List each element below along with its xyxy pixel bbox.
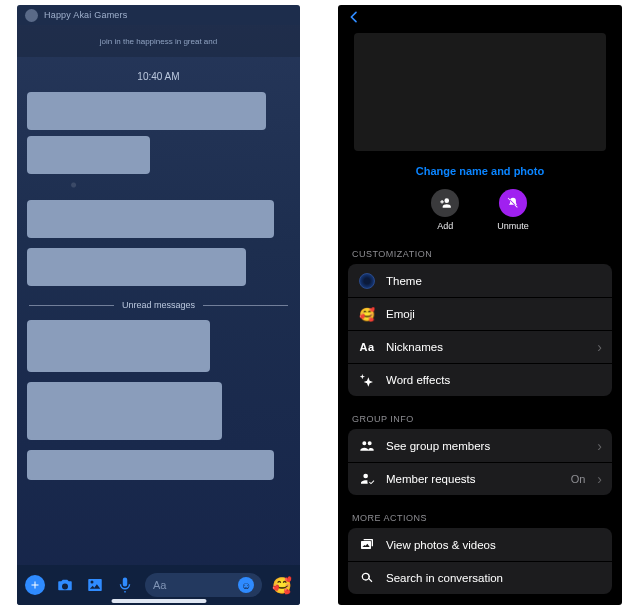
word-effects-row[interactable]: Word effects: [348, 363, 612, 396]
section-header-group-info: GROUP INFO: [338, 414, 622, 424]
pinned-text: join in the happiness in great and: [100, 37, 217, 46]
add-person-icon: [431, 189, 459, 217]
action-row: Add Unmute: [338, 189, 622, 231]
nicknames-icon: Aa: [358, 338, 376, 356]
customization-card: Theme 🥰 Emoji Aa Nicknames › Word effect…: [348, 264, 612, 396]
pinned-strip: join in the happiness in great and: [17, 25, 300, 57]
add-member-button[interactable]: Add: [431, 189, 459, 231]
theme-row[interactable]: Theme: [348, 264, 612, 297]
emoji-picker-button[interactable]: ☺: [238, 577, 254, 593]
group-avatar: [25, 9, 38, 22]
settings-screen: Change name and photo Add Unmute CUSTOMI…: [338, 5, 622, 605]
nav-bar: [338, 5, 622, 33]
view-photos-label: View photos & videos: [386, 539, 602, 551]
member-requests-value: On: [571, 473, 586, 485]
message-bubble[interactable]: [27, 450, 274, 480]
bell-slash-icon: [499, 189, 527, 217]
camera-icon: [56, 576, 74, 594]
see-members-label: See group members: [386, 440, 587, 452]
placeholder: Aa: [153, 579, 166, 591]
group-name: Happy Akai Gamers: [44, 10, 292, 20]
gallery-button[interactable]: [85, 575, 105, 595]
add-label: Add: [437, 221, 453, 231]
section-header-customization: CUSTOMIZATION: [338, 249, 622, 259]
theme-icon: [358, 272, 376, 290]
people-icon: [358, 437, 376, 455]
sparkle-icon: [358, 371, 376, 389]
image-icon: [86, 576, 104, 594]
message-bubble[interactable]: [27, 200, 274, 238]
section-header-more-actions: MORE ACTIONS: [338, 513, 622, 523]
emoji-label: Emoji: [386, 308, 602, 320]
emoji-icon: 🥰: [358, 305, 376, 323]
mic-button[interactable]: [115, 575, 135, 595]
timestamp: 10:40 AM: [17, 71, 300, 82]
plus-icon: [29, 579, 41, 591]
chevron-right-icon: ›: [597, 340, 602, 354]
unmute-button[interactable]: Unmute: [497, 189, 529, 231]
search-label: Search in conversation: [386, 572, 602, 584]
theme-label: Theme: [386, 275, 602, 287]
member-requests-label: Member requests: [386, 473, 561, 485]
change-name-photo-link[interactable]: Change name and photo: [338, 165, 622, 177]
add-button[interactable]: [25, 575, 45, 595]
camera-button[interactable]: [55, 575, 75, 595]
message-bubble[interactable]: [27, 92, 266, 130]
chevron-right-icon: ›: [597, 439, 602, 453]
see-members-row[interactable]: See group members ›: [348, 429, 612, 462]
chat-screen: Happy Akai Gamers join in the happiness …: [17, 5, 300, 605]
chevron-left-icon: [346, 9, 362, 25]
chevron-right-icon: ›: [597, 472, 602, 486]
unread-divider: Unread messages: [29, 300, 288, 310]
search-icon: [358, 569, 376, 587]
nicknames-row[interactable]: Aa Nicknames ›: [348, 330, 612, 363]
member-requests-row[interactable]: Member requests On ›: [348, 462, 612, 495]
group-photo[interactable]: [354, 33, 606, 151]
message-input[interactable]: Aa ☺: [145, 573, 262, 597]
message-bubble[interactable]: [27, 320, 210, 372]
mic-icon: [116, 576, 134, 594]
word-effects-label: Word effects: [386, 374, 602, 386]
person-check-icon: [358, 470, 376, 488]
chat-header[interactable]: Happy Akai Gamers: [17, 5, 300, 25]
quick-emoji-button[interactable]: 🥰: [272, 576, 292, 595]
nicknames-label: Nicknames: [386, 341, 587, 353]
message-bubble[interactable]: [27, 136, 150, 174]
home-indicator: [111, 599, 206, 603]
emoji-row[interactable]: 🥰 Emoji: [348, 297, 612, 330]
message-bubble[interactable]: [27, 382, 222, 440]
unmute-label: Unmute: [497, 221, 529, 231]
unread-label: Unread messages: [122, 300, 195, 310]
view-photos-row[interactable]: View photos & videos: [348, 528, 612, 561]
search-conversation-row[interactable]: Search in conversation: [348, 561, 612, 594]
back-button[interactable]: [346, 9, 362, 29]
message-bubble[interactable]: [27, 248, 246, 286]
more-actions-card: View photos & videos Search in conversat…: [348, 528, 612, 594]
group-info-card: See group members › Member requests On ›: [348, 429, 612, 495]
photos-icon: [358, 536, 376, 554]
